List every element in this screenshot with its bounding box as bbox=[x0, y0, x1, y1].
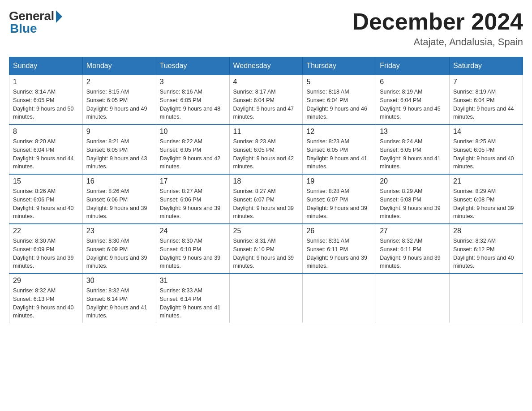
calendar-cell: 22Sunrise: 8:30 AMSunset: 6:09 PMDayligh… bbox=[9, 224, 83, 274]
calendar-cell: 17Sunrise: 8:27 AMSunset: 6:06 PMDayligh… bbox=[156, 174, 229, 224]
calendar-cell: 12Sunrise: 8:23 AMSunset: 6:05 PMDayligh… bbox=[303, 124, 376, 174]
calendar-cell: 1Sunrise: 8:14 AMSunset: 6:05 PMDaylight… bbox=[9, 75, 83, 124]
calendar-cell: 4Sunrise: 8:17 AMSunset: 6:04 PMDaylight… bbox=[229, 75, 303, 124]
day-info: Sunrise: 8:27 AMSunset: 6:06 PMDaylight:… bbox=[160, 187, 226, 221]
day-info: Sunrise: 8:18 AMSunset: 6:04 PMDaylight:… bbox=[306, 88, 372, 121]
calendar-cell bbox=[303, 274, 376, 323]
day-number: 4 bbox=[233, 78, 299, 86]
day-number: 18 bbox=[233, 177, 299, 185]
day-info: Sunrise: 8:31 AMSunset: 6:10 PMDaylight:… bbox=[233, 237, 299, 270]
calendar-cell bbox=[229, 274, 303, 323]
weekday-header-saturday: Saturday bbox=[450, 57, 523, 75]
logo: General Blue bbox=[9, 9, 62, 36]
weekday-header-tuesday: Tuesday bbox=[156, 57, 229, 75]
calendar-cell: 27Sunrise: 8:32 AMSunset: 6:11 PMDayligh… bbox=[376, 224, 450, 274]
weekday-header-row: SundayMondayTuesdayWednesdayThursdayFrid… bbox=[9, 57, 523, 75]
day-info: Sunrise: 8:19 AMSunset: 6:04 PMDaylight:… bbox=[453, 88, 519, 121]
day-info: Sunrise: 8:30 AMSunset: 6:09 PMDaylight:… bbox=[13, 237, 79, 270]
calendar-cell: 7Sunrise: 8:19 AMSunset: 6:04 PMDaylight… bbox=[450, 75, 523, 124]
calendar-cell: 14Sunrise: 8:25 AMSunset: 6:05 PMDayligh… bbox=[450, 124, 523, 174]
calendar-cell: 5Sunrise: 8:18 AMSunset: 6:04 PMDaylight… bbox=[303, 75, 376, 124]
day-info: Sunrise: 8:20 AMSunset: 6:04 PMDaylight:… bbox=[13, 137, 79, 171]
weekday-header-wednesday: Wednesday bbox=[229, 57, 303, 75]
calendar-cell: 6Sunrise: 8:19 AMSunset: 6:04 PMDaylight… bbox=[376, 75, 450, 124]
day-number: 26 bbox=[306, 227, 372, 235]
calendar-cell: 24Sunrise: 8:30 AMSunset: 6:10 PMDayligh… bbox=[156, 224, 229, 274]
calendar-cell: 15Sunrise: 8:26 AMSunset: 6:06 PMDayligh… bbox=[9, 174, 83, 224]
day-number: 19 bbox=[306, 177, 372, 185]
day-number: 8 bbox=[13, 128, 79, 136]
calendar-cell: 29Sunrise: 8:32 AMSunset: 6:13 PMDayligh… bbox=[9, 274, 83, 323]
logo-arrow-icon bbox=[56, 10, 62, 23]
calendar-cell: 26Sunrise: 8:31 AMSunset: 6:11 PMDayligh… bbox=[303, 224, 376, 274]
day-number: 7 bbox=[453, 78, 519, 86]
calendar-cell: 11Sunrise: 8:23 AMSunset: 6:05 PMDayligh… bbox=[229, 124, 303, 174]
day-number: 3 bbox=[160, 78, 226, 86]
day-info: Sunrise: 8:26 AMSunset: 6:06 PMDaylight:… bbox=[86, 187, 152, 221]
day-info: Sunrise: 8:19 AMSunset: 6:04 PMDaylight:… bbox=[380, 88, 446, 121]
day-info: Sunrise: 8:23 AMSunset: 6:05 PMDaylight:… bbox=[233, 137, 299, 171]
location-title: Atajate, Andalusia, Spain bbox=[352, 36, 523, 48]
calendar-week-row: 29Sunrise: 8:32 AMSunset: 6:13 PMDayligh… bbox=[9, 274, 523, 323]
weekday-header-sunday: Sunday bbox=[9, 57, 83, 75]
day-number: 11 bbox=[233, 128, 299, 136]
day-number: 6 bbox=[380, 78, 446, 86]
weekday-header-thursday: Thursday bbox=[303, 57, 376, 75]
day-info: Sunrise: 8:14 AMSunset: 6:05 PMDaylight:… bbox=[13, 88, 79, 121]
day-number: 22 bbox=[13, 227, 79, 235]
day-info: Sunrise: 8:27 AMSunset: 6:07 PMDaylight:… bbox=[233, 187, 299, 221]
day-info: Sunrise: 8:32 AMSunset: 6:13 PMDaylight:… bbox=[13, 287, 79, 320]
day-info: Sunrise: 8:31 AMSunset: 6:11 PMDaylight:… bbox=[306, 237, 372, 270]
calendar-cell: 28Sunrise: 8:32 AMSunset: 6:12 PMDayligh… bbox=[450, 224, 523, 274]
day-info: Sunrise: 8:30 AMSunset: 6:10 PMDaylight:… bbox=[160, 237, 226, 270]
day-number: 14 bbox=[453, 128, 519, 136]
day-number: 29 bbox=[13, 277, 79, 285]
title-area: December 2024 Atajate, Andalusia, Spain bbox=[352, 9, 523, 48]
day-number: 28 bbox=[453, 227, 519, 235]
day-info: Sunrise: 8:32 AMSunset: 6:14 PMDaylight:… bbox=[86, 287, 152, 320]
calendar-cell: 19Sunrise: 8:28 AMSunset: 6:07 PMDayligh… bbox=[303, 174, 376, 224]
calendar-cell: 3Sunrise: 8:16 AMSunset: 6:05 PMDaylight… bbox=[156, 75, 229, 124]
day-number: 12 bbox=[306, 128, 372, 136]
day-number: 9 bbox=[86, 128, 152, 136]
day-number: 24 bbox=[160, 227, 226, 235]
calendar-week-row: 1Sunrise: 8:14 AMSunset: 6:05 PMDaylight… bbox=[9, 75, 523, 124]
day-info: Sunrise: 8:16 AMSunset: 6:05 PMDaylight:… bbox=[160, 88, 226, 121]
day-number: 23 bbox=[86, 227, 152, 235]
calendar-cell: 30Sunrise: 8:32 AMSunset: 6:14 PMDayligh… bbox=[82, 274, 156, 323]
day-number: 20 bbox=[380, 177, 446, 185]
day-number: 31 bbox=[160, 277, 226, 285]
day-number: 10 bbox=[160, 128, 226, 136]
day-info: Sunrise: 8:32 AMSunset: 6:11 PMDaylight:… bbox=[380, 237, 446, 270]
logo-blue-text: Blue bbox=[9, 21, 37, 36]
calendar-cell: 9Sunrise: 8:21 AMSunset: 6:05 PMDaylight… bbox=[82, 124, 156, 174]
calendar-cell: 10Sunrise: 8:22 AMSunset: 6:05 PMDayligh… bbox=[156, 124, 229, 174]
day-info: Sunrise: 8:28 AMSunset: 6:07 PMDaylight:… bbox=[306, 187, 372, 221]
day-number: 17 bbox=[160, 177, 226, 185]
day-number: 21 bbox=[453, 177, 519, 185]
calendar-cell bbox=[376, 274, 450, 323]
day-info: Sunrise: 8:23 AMSunset: 6:05 PMDaylight:… bbox=[306, 137, 372, 171]
header: General Blue December 2024 Atajate, Anda… bbox=[9, 9, 523, 48]
weekday-header-friday: Friday bbox=[376, 57, 450, 75]
day-info: Sunrise: 8:33 AMSunset: 6:14 PMDaylight:… bbox=[160, 287, 226, 320]
day-info: Sunrise: 8:25 AMSunset: 6:05 PMDaylight:… bbox=[453, 137, 519, 171]
day-info: Sunrise: 8:29 AMSunset: 6:08 PMDaylight:… bbox=[380, 187, 446, 221]
calendar-cell: 2Sunrise: 8:15 AMSunset: 6:05 PMDaylight… bbox=[82, 75, 156, 124]
day-info: Sunrise: 8:21 AMSunset: 6:05 PMDaylight:… bbox=[86, 137, 152, 171]
day-info: Sunrise: 8:32 AMSunset: 6:12 PMDaylight:… bbox=[453, 237, 519, 270]
month-title: December 2024 bbox=[352, 9, 523, 34]
day-number: 16 bbox=[86, 177, 152, 185]
day-number: 1 bbox=[13, 78, 79, 86]
day-number: 13 bbox=[380, 128, 446, 136]
day-number: 15 bbox=[13, 177, 79, 185]
day-info: Sunrise: 8:29 AMSunset: 6:08 PMDaylight:… bbox=[453, 187, 519, 221]
calendar-table: SundayMondayTuesdayWednesdayThursdayFrid… bbox=[9, 57, 523, 323]
calendar-week-row: 8Sunrise: 8:20 AMSunset: 6:04 PMDaylight… bbox=[9, 124, 523, 174]
day-info: Sunrise: 8:26 AMSunset: 6:06 PMDaylight:… bbox=[13, 187, 79, 221]
calendar-cell: 20Sunrise: 8:29 AMSunset: 6:08 PMDayligh… bbox=[376, 174, 450, 224]
calendar-cell: 16Sunrise: 8:26 AMSunset: 6:06 PMDayligh… bbox=[82, 174, 156, 224]
day-number: 27 bbox=[380, 227, 446, 235]
calendar-week-row: 15Sunrise: 8:26 AMSunset: 6:06 PMDayligh… bbox=[9, 174, 523, 224]
calendar-cell: 31Sunrise: 8:33 AMSunset: 6:14 PMDayligh… bbox=[156, 274, 229, 323]
